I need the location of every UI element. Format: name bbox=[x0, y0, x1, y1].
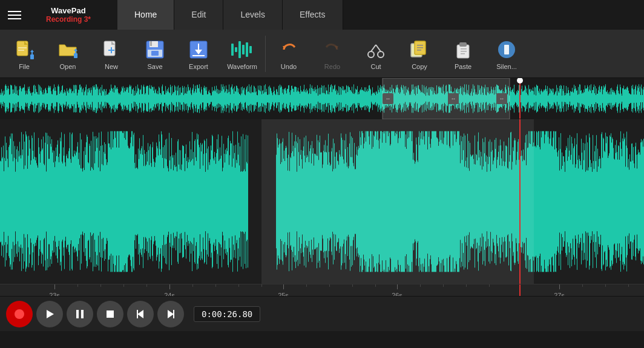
stop-button[interactable] bbox=[97, 301, 123, 327]
svg-rect-44 bbox=[461, 53, 465, 54]
silence-button[interactable]: Silen... bbox=[485, 32, 528, 76]
drag-handle-left[interactable]: ↔ bbox=[383, 93, 393, 104]
app-subtitle: Recording 3* bbox=[46, 15, 91, 24]
redo-button[interactable]: Redo bbox=[310, 32, 354, 76]
tabs: Home Edit Levels Effects bbox=[117, 0, 343, 30]
redo-icon bbox=[320, 38, 344, 62]
svg-rect-23 bbox=[231, 44, 234, 56]
prev-button[interactable] bbox=[127, 301, 154, 327]
svg-rect-41 bbox=[459, 42, 467, 47]
file-label: File bbox=[19, 63, 30, 70]
drag-handle-right[interactable]: ↔ bbox=[496, 93, 507, 104]
svg-rect-51 bbox=[107, 310, 114, 318]
waveform-area[interactable]: ↔ ↔ ↔ bbox=[0, 78, 644, 296]
next-button[interactable] bbox=[157, 301, 184, 327]
save-button[interactable]: Save bbox=[133, 32, 177, 76]
mini-waveform: ↔ ↔ ↔ bbox=[0, 78, 644, 119]
svg-rect-53 bbox=[137, 310, 138, 318]
svg-rect-24 bbox=[235, 47, 237, 52]
svg-point-32 bbox=[378, 51, 384, 57]
svg-rect-39 bbox=[417, 50, 421, 51]
export-label: Export bbox=[189, 63, 208, 70]
titlebar: WavePad Recording 3* Home Edit Levels Ef… bbox=[0, 0, 644, 30]
svg-rect-25 bbox=[238, 41, 241, 58]
open-button[interactable]: Open bbox=[46, 32, 90, 76]
svg-rect-16 bbox=[150, 41, 152, 46]
hamburger-menu[interactable] bbox=[0, 0, 29, 30]
svg-marker-48 bbox=[47, 310, 54, 318]
cut-icon bbox=[364, 38, 388, 62]
new-icon bbox=[99, 38, 123, 62]
svg-marker-52 bbox=[137, 310, 143, 318]
svg-rect-26 bbox=[242, 45, 245, 54]
svg-rect-28 bbox=[249, 46, 252, 53]
copy-button[interactable]: Copy bbox=[398, 32, 441, 76]
export-icon bbox=[186, 38, 211, 62]
main-waveform[interactable] bbox=[0, 119, 644, 284]
drag-handle-mid[interactable]: ↔ bbox=[448, 93, 459, 104]
redo-label: Redo bbox=[324, 63, 340, 70]
svg-rect-43 bbox=[461, 51, 467, 52]
svg-rect-42 bbox=[461, 48, 467, 50]
svg-rect-7 bbox=[74, 53, 77, 58]
paste-button[interactable]: Paste bbox=[441, 32, 485, 76]
file-icon bbox=[12, 38, 36, 62]
waveform-button[interactable]: Waveform bbox=[220, 32, 264, 76]
undo-label: Undo bbox=[281, 63, 297, 70]
svg-rect-2 bbox=[18, 47, 27, 48]
new-button[interactable]: New bbox=[90, 32, 133, 76]
save-icon bbox=[143, 38, 167, 62]
open-icon bbox=[56, 38, 80, 62]
svg-rect-38 bbox=[417, 47, 423, 48]
silence-icon bbox=[494, 38, 519, 62]
svg-rect-27 bbox=[246, 42, 248, 57]
cut-button[interactable]: Cut bbox=[354, 32, 398, 76]
tab-effects[interactable]: Effects bbox=[283, 0, 343, 30]
svg-rect-49 bbox=[76, 310, 79, 318]
open-label: Open bbox=[60, 63, 76, 70]
svg-rect-46 bbox=[504, 45, 509, 54]
cut-label: Cut bbox=[370, 63, 381, 70]
divider-1 bbox=[265, 36, 266, 72]
waveform-label: Waveform bbox=[227, 63, 257, 70]
play-button[interactable] bbox=[36, 301, 63, 327]
timeline-playhead bbox=[519, 284, 521, 296]
svg-rect-3 bbox=[18, 50, 24, 51]
svg-rect-50 bbox=[81, 310, 84, 318]
svg-point-31 bbox=[368, 51, 374, 57]
svg-line-34 bbox=[376, 45, 381, 51]
svg-point-47 bbox=[15, 309, 24, 319]
tab-edit[interactable]: Edit bbox=[174, 0, 223, 30]
app-name: WavePad bbox=[51, 6, 85, 15]
timeline bbox=[0, 284, 644, 296]
silence-label: Silen... bbox=[496, 63, 517, 70]
toolbar: File Open New bbox=[0, 30, 644, 78]
waveform-icon bbox=[230, 38, 254, 62]
svg-rect-4 bbox=[30, 54, 34, 59]
tab-levels[interactable]: Levels bbox=[223, 0, 282, 30]
svg-marker-6 bbox=[30, 50, 34, 52]
svg-marker-54 bbox=[168, 310, 174, 318]
paste-icon bbox=[451, 38, 475, 62]
copy-label: Copy bbox=[412, 63, 427, 70]
svg-rect-37 bbox=[417, 45, 423, 46]
paste-label: Paste bbox=[455, 63, 472, 70]
record-button[interactable] bbox=[6, 301, 33, 327]
app-title: WavePad Recording 3* bbox=[29, 6, 108, 24]
file-button[interactable]: File bbox=[2, 32, 46, 76]
new-label: New bbox=[105, 63, 118, 70]
copy-icon bbox=[407, 38, 432, 62]
tab-home[interactable]: Home bbox=[117, 0, 174, 30]
undo-icon bbox=[277, 38, 301, 62]
save-label: Save bbox=[147, 63, 162, 70]
pause-button[interactable] bbox=[67, 301, 93, 327]
undo-button[interactable]: Undo bbox=[267, 32, 310, 76]
svg-rect-55 bbox=[173, 310, 174, 318]
export-button[interactable]: Export bbox=[177, 32, 220, 76]
svg-line-33 bbox=[371, 45, 376, 51]
transport-bar: 0:00:26.80 bbox=[0, 296, 644, 331]
time-display: 0:00:26.80 bbox=[194, 306, 260, 322]
svg-rect-18 bbox=[151, 51, 159, 56]
